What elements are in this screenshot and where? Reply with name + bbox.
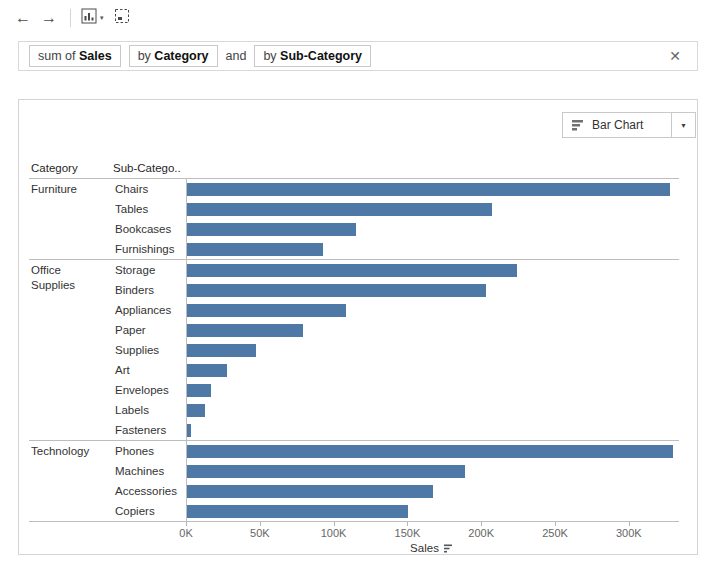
chart-area: Category Sub-Catego.. FurnitureChairsTab…	[29, 162, 679, 556]
subcategory-label: Copiers	[113, 505, 186, 517]
bar-cell	[186, 219, 679, 239]
dropdown-caret-icon[interactable]: ▼	[671, 113, 695, 137]
pill-prefix: by	[138, 49, 155, 63]
x-axis-title-row: Sales	[186, 540, 679, 556]
subcategory-label: Chairs	[113, 183, 186, 195]
sales-bar[interactable]	[187, 364, 227, 377]
bar-cell	[186, 340, 679, 360]
subcategory-label: Machines	[113, 465, 186, 477]
bar-cell	[186, 260, 679, 280]
query-pill-by-sub-category[interactable]: by Sub-Category	[254, 45, 371, 67]
query-pill-by-category[interactable]: by Category	[129, 45, 218, 67]
chart-row: Phones	[113, 441, 679, 461]
category-group: TechnologyPhonesMachinesAccessoriesCopie…	[29, 440, 679, 521]
chart-row: Fasteners	[113, 420, 679, 440]
chart-row: Tables	[113, 199, 679, 219]
category-group: FurnitureChairsTablesBookcasesFurnishing…	[29, 179, 679, 259]
subcategory-label: Storage	[113, 264, 186, 276]
query-input-bar[interactable]: sum of Sales by Category and by Sub-Cate…	[18, 41, 698, 71]
axis-tick-mark	[629, 522, 630, 526]
subcategory-label: Tables	[113, 203, 186, 215]
axis-tick-label: 50K	[250, 527, 270, 539]
sales-bar[interactable]	[187, 485, 433, 498]
viz-type-toolbar-button[interactable]: ▾	[81, 8, 104, 28]
axis-tick-mark	[334, 522, 335, 526]
bar-cell	[186, 481, 679, 501]
viz-type-label: Bar Chart	[592, 118, 671, 132]
forward-button[interactable]: →	[38, 7, 60, 29]
chart-row: Furnishings	[113, 239, 679, 259]
subcategory-label: Accessories	[113, 485, 186, 497]
toolbar: ← → ▾	[0, 0, 716, 36]
sales-bar[interactable]	[187, 384, 211, 397]
pill-field: Sales	[79, 49, 112, 63]
bar-chart-icon	[571, 118, 585, 132]
bar-cell	[186, 179, 679, 199]
axis-tick-label: 0K	[179, 527, 192, 539]
category-group: Office SuppliesStorageBindersAppliancesP…	[29, 259, 679, 440]
query-conjunction: and	[226, 49, 247, 63]
sales-bar[interactable]	[187, 424, 191, 437]
bar-cell	[186, 501, 679, 521]
subcategory-label: Labels	[113, 404, 186, 416]
chart-row: Appliances	[113, 300, 679, 320]
pill-field: Sub-Category	[280, 49, 362, 63]
sales-bar[interactable]	[187, 344, 256, 357]
layout-grid-button[interactable]	[114, 8, 130, 28]
forward-arrow-icon: →	[41, 10, 57, 26]
back-button[interactable]: ←	[12, 7, 34, 29]
bar-cell	[186, 280, 679, 300]
sales-bar[interactable]	[187, 243, 323, 256]
sales-bar[interactable]	[187, 304, 346, 317]
app: ← → ▾	[0, 0, 716, 555]
axis-tick-mark	[186, 522, 187, 526]
chart-frame-icon	[81, 8, 97, 28]
axis-tick-mark	[260, 522, 261, 526]
sales-bar[interactable]	[187, 505, 408, 518]
sales-bar[interactable]	[187, 445, 673, 458]
bar-cell	[186, 300, 679, 320]
bar-cell	[186, 400, 679, 420]
sales-bar[interactable]	[187, 183, 670, 196]
bar-cell	[186, 199, 679, 219]
sales-bar[interactable]	[187, 203, 492, 216]
chart-row: Chairs	[113, 179, 679, 199]
sales-bar[interactable]	[187, 465, 465, 478]
sales-bar[interactable]	[187, 284, 486, 297]
viz-type-dropdown[interactable]: Bar Chart ▼	[562, 112, 696, 138]
clear-query-icon[interactable]: ✕	[663, 48, 687, 64]
chart-row: Accessories	[113, 481, 679, 501]
category-rows: PhonesMachinesAccessoriesCopiers	[113, 441, 679, 521]
subcategory-header: Sub-Catego..	[113, 162, 186, 178]
dashed-grid-icon	[114, 8, 130, 28]
axis-tick-label: 150K	[395, 527, 421, 539]
viz-card: Bar Chart ▼ Category Sub-Catego.. Furnit…	[18, 99, 698, 555]
sales-bar[interactable]	[187, 223, 356, 236]
axis-tick-label: 200K	[468, 527, 494, 539]
sort-descending-icon[interactable]	[444, 543, 455, 554]
category-rows: ChairsTablesBookcasesFurnishings	[113, 179, 679, 259]
query-pill-sum-of-sales[interactable]: sum of Sales	[29, 45, 121, 67]
category-rows: StorageBindersAppliancesPaperSuppliesArt…	[113, 260, 679, 440]
chart-row: Machines	[113, 461, 679, 481]
category-header: Category	[29, 162, 113, 178]
sales-bar[interactable]	[187, 404, 205, 417]
category-label: Technology	[29, 441, 113, 521]
bar-cell	[186, 239, 679, 259]
axis-tick-mark	[555, 522, 556, 526]
chart-row: Storage	[113, 260, 679, 280]
subcategory-label: Phones	[113, 445, 186, 457]
axis-tick-label: 300K	[616, 527, 642, 539]
sales-bar[interactable]	[187, 264, 517, 277]
back-arrow-icon: ←	[15, 10, 31, 26]
category-label: Office Supplies	[29, 260, 113, 440]
bar-cell	[186, 441, 679, 461]
bar-cell	[186, 320, 679, 340]
axis-tick-label: 100K	[321, 527, 347, 539]
chart-row: Supplies	[113, 340, 679, 360]
pill-prefix: sum of	[38, 49, 79, 63]
chart-row: Bookcases	[113, 219, 679, 239]
sales-bar[interactable]	[187, 324, 303, 337]
chart-row: Binders	[113, 280, 679, 300]
subcategory-label: Envelopes	[113, 384, 186, 396]
